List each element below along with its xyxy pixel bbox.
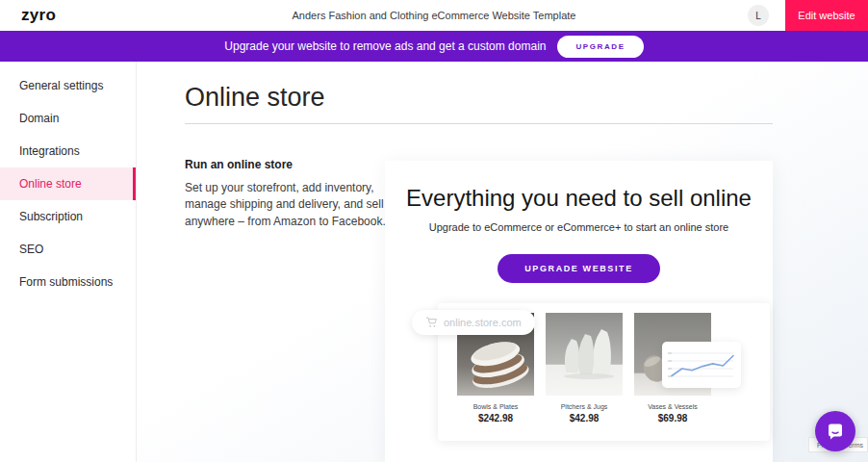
product-name: Vases & Vessels (634, 403, 711, 410)
app-header: zyro Anders Fashion and Clothing eCommer… (0, 0, 868, 31)
banner-upgrade-button[interactable]: UPGRADE (557, 36, 643, 58)
page-title: Online store (185, 83, 325, 113)
zyro-logo[interactable]: zyro (21, 6, 56, 25)
site-title: Anders Fashion and Clothing eCommerce We… (0, 10, 868, 21)
store-url-text: online.store.com (444, 317, 522, 328)
panel-subheading: Upgrade to eCommerce or eCommerce+ to st… (385, 221, 773, 233)
banner-text: Upgrade your website to remove ads and g… (224, 39, 546, 53)
shopping-cart-icon (425, 317, 438, 328)
settings-sidebar: General settings Domain Integrations Onl… (0, 62, 137, 462)
title-divider (185, 123, 773, 124)
mini-line-chart (662, 342, 741, 388)
upgrade-banner: Upgrade your website to remove ads and g… (0, 31, 868, 62)
product-name: Bowls & Plates (457, 403, 534, 410)
section-heading: Run an online store (185, 158, 395, 171)
edit-website-button[interactable]: Edit website (785, 0, 868, 31)
header-right: L Edit website (748, 0, 868, 31)
upgrade-panel: Everything you need to sell online Upgra… (385, 161, 773, 462)
chat-bubble-icon (825, 421, 846, 442)
sidebar-item-subscription[interactable]: Subscription (0, 200, 136, 233)
sidebar-item-integrations[interactable]: Integrations (0, 135, 136, 167)
section-description: Run an online store Set up your storefro… (185, 158, 395, 230)
body-row: General settings Domain Integrations Onl… (0, 62, 868, 462)
sidebar-item-form-submissions[interactable]: Form submissions (0, 266, 136, 298)
store-url-pill: online.store.com (412, 310, 535, 335)
product-image-pitchers (546, 313, 623, 396)
sparkline-svg (662, 342, 741, 388)
product-price: $69.98 (634, 413, 711, 424)
chat-widget-button[interactable] (815, 411, 855, 451)
upgrade-website-button[interactable]: UPGRADE WEBSITE (498, 254, 660, 283)
product-price: $42.98 (546, 413, 623, 424)
product-item: Pitchers & Jugs $42.98 (546, 313, 623, 441)
sidebar-item-general-settings[interactable]: General settings (0, 69, 136, 102)
section-text: Set up your storefront, add inventory, m… (185, 180, 395, 230)
sidebar-item-online-store[interactable]: Online store (0, 167, 136, 200)
user-avatar[interactable]: L (748, 5, 769, 26)
product-price: $242.98 (457, 413, 534, 424)
sidebar-item-domain[interactable]: Domain (0, 102, 136, 135)
main-content: Online store Run an online store Set up … (137, 62, 868, 462)
panel-heading: Everything you need to sell online (385, 185, 773, 212)
product-name: Pitchers & Jugs (546, 403, 623, 410)
sidebar-item-seo[interactable]: SEO (0, 233, 136, 266)
